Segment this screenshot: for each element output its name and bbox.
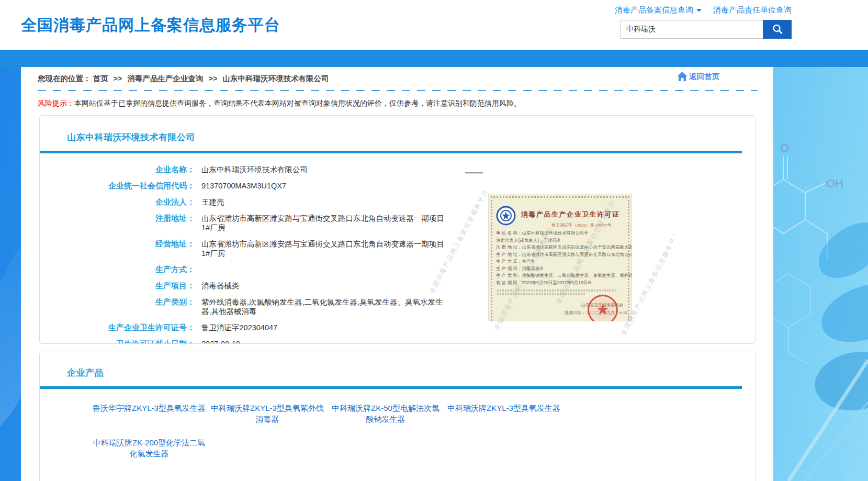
company-info-card: 山东中科瑞沃环境技术有限公司 企业名称： 山东中科瑞沃环境技术有限公司 企业统一…: [39, 115, 756, 344]
field-label: 卫生许可证截止日期：: [40, 339, 195, 344]
site-header: 全国消毒产品网上备案信息服务平台 消毒产品备案信息查询 消毒产品责任单位查询: [0, 0, 868, 50]
card-title-underline: [40, 151, 742, 153]
field-row-business-address: 经营地址： 山东省潍坊市高新区潍安路与宝通街交叉路口东北角自动变速器一期项目1#…: [40, 239, 756, 258]
certificate-line: 有 效 期 限：2023年9月20日至2027年9月19日※: [496, 279, 632, 287]
field-value: 消毒器械类: [201, 281, 240, 290]
top-blue-banner: [0, 50, 868, 67]
search-button[interactable]: [763, 20, 792, 39]
field-row-registered-address: 注册地址： 山东省潍坊市高新区潍安路与宝通街交叉路口东北角自动变速器一期项目1#…: [40, 214, 756, 232]
product-link[interactable]: 中科瑞沃牌ZK-50型电解法次氯酸钠发生器: [329, 402, 443, 424]
field-label: 企业统一社会信用代码：: [40, 181, 195, 191]
product-link[interactable]: 中科瑞沃牌ZKYL-3型臭氧发生器: [447, 402, 561, 424]
card-title-underline: [40, 386, 742, 389]
field-row-production-category: 生产类别： 紫外线消毒器,次氯酸钠发生器,二氧化氯发生器,臭氧发生器、臭氧水发生…: [40, 297, 756, 316]
main-content: 您现在的位置： 首页 >> 消毒产品生产企业查询 >> 山东中科瑞沃环境技术有限…: [21, 67, 773, 481]
hygiene-license-certificate-image: 消毒产品生产企业卫生许可证 鲁卫消证字（2023）第-04047号 单 位 名 …: [489, 194, 632, 321]
search-bar: [614, 20, 792, 39]
search-input[interactable]: [621, 20, 763, 39]
certificate-line: 注 册 地 址：山东省潍坊高新区玉清东街以北中心次干道以西高新大厦902号科研楼: [496, 244, 632, 251]
certificate-line: 生 产 项 目：消毒器械※: [496, 265, 632, 273]
breadcrumb: 您现在的位置： 首页 >> 消毒产品生产企业查询 >> 山东中科瑞沃环境技术有限…: [21, 67, 773, 87]
search-icon: [772, 24, 783, 35]
field-value: 91370700MA3M3U1QX7: [201, 181, 286, 191]
breadcrumb-home[interactable]: 首页: [93, 74, 108, 83]
field-label: 生产项目：: [40, 281, 195, 290]
certificate-line: 生 产 方 式：生产※: [496, 258, 632, 265]
field-value: 紫外线消毒器,次氯酸钠发生器,二氧化氯发生器,臭氧发生器、臭氧水发生器,其他器械…: [201, 297, 447, 316]
nav-responsible-unit-query[interactable]: 消毒产品责任单位查询: [713, 5, 792, 15]
home-icon: [677, 71, 688, 82]
product-link[interactable]: 中科瑞沃牌ZKYL-3型臭氧紫外线消毒器: [210, 402, 324, 424]
molecule-label-oh: OH: [826, 177, 843, 190]
molecule-label-o: O: [780, 141, 789, 154]
field-label: 生产企业卫生许可证号：: [40, 323, 195, 332]
field-row-production-item: 生产项目： 消毒器械类: [40, 281, 756, 290]
header-right: 消毒产品备案信息查询 消毒产品责任单位查询: [614, 5, 792, 39]
nav-filing-info-query[interactable]: 消毒产品备案信息查询: [615, 5, 702, 15]
product-link[interactable]: 中科瑞沃牌ZK-200型化学法二氧化氯发生器: [92, 437, 206, 459]
nav-responsible-unit-query-label: 消毒产品责任单位查询: [713, 5, 792, 15]
chevron-down-icon: [696, 9, 702, 12]
certificate-fields: 单 位 名 称：山东中科瑞沃环境技术有限公司※ 法定代表人(或负责人)：王建亮※…: [496, 230, 632, 286]
field-value: 2027-09-19: [201, 339, 240, 344]
company-card-title: 山东中科瑞沃环境技术有限公司: [40, 116, 756, 143]
products-card-title: 企业产品: [40, 351, 756, 379]
field-row-production-mode: 生产方式：: [40, 265, 756, 274]
certificate-line: 生 产 类 别：次氯酸钠发生器、二氧化氯发生器、臭氧发生器、紫外线消毒器: [496, 272, 632, 279]
petal-decor: [788, 211, 868, 481]
dashed-divider: [38, 90, 758, 91]
field-label: 企业名称：: [40, 165, 195, 174]
field-row-license-expiry: 卫生许可证截止日期： 2027-09-19: [40, 339, 756, 344]
breadcrumb-enterprise-query[interactable]: 消毒产品生产企业查询: [128, 74, 204, 83]
field-value: 鲁卫消证字202304047: [201, 323, 277, 332]
field-label: 经营地址：: [40, 239, 195, 258]
nav-filing-info-query-label: 消毒产品备案信息查询: [615, 5, 693, 15]
field-row-license-number: 生产企业卫生许可证号： 鲁卫消证字202304047: [40, 323, 756, 332]
certificate-number: 鲁卫消证字（2023）第-04047号: [551, 222, 612, 228]
field-label: 企业法人：: [40, 197, 195, 207]
company-fields: 企业名称： 山东中科瑞沃环境技术有限公司 企业统一社会信用代码： 9137070…: [40, 165, 756, 344]
field-value: 山东省潍坊市高新区潍安路与宝通街交叉路口东北角自动变速器一期项目1#厂房: [201, 239, 447, 258]
product-links: 鲁沃华宇牌ZKYL-3型臭氧发生器 中科瑞沃牌ZKYL-3型臭氧紫外线消毒器 中…: [40, 402, 756, 459]
site-title: 全国消毒产品网上备案信息服务平台: [21, 15, 280, 36]
certificate-title: 消毒产品生产企业卫生许可证: [521, 210, 620, 219]
breadcrumb-prefix: 您现在的位置：: [38, 74, 91, 83]
back-home-link[interactable]: 返回首页: [677, 71, 719, 82]
certificate-footnote-decor: [497, 293, 586, 295]
red-seal-stamp-icon: [588, 295, 618, 321]
image-placeholder-dash: [465, 172, 483, 174]
field-row-legal-person: 企业法人： 王建亮: [40, 197, 756, 207]
top-nav: 消毒产品备案信息查询 消毒产品责任单位查询: [614, 5, 792, 15]
field-value: 山东中科瑞沃环境技术有限公司: [201, 165, 308, 174]
product-link[interactable]: 鲁沃华宇牌ZKYL-3型臭氧发生器: [92, 402, 206, 424]
certificate-line: 法定代表人(或负责人)：王建亮※: [496, 237, 632, 244]
company-products-card: 企业产品 鲁沃华宇牌ZKYL-3型臭氧发生器 中科瑞沃牌ZKYL-3型臭氧紫外线…: [39, 351, 756, 481]
breadcrumb-separator: >>: [209, 74, 218, 83]
field-label: 生产类别：: [40, 297, 195, 316]
breadcrumb-separator: >>: [114, 74, 122, 83]
certificate-line: 单 位 名 称：山东中科瑞沃环境技术有限公司※: [496, 230, 632, 237]
back-home-label: 返回首页: [689, 72, 719, 82]
field-row-credit-code: 企业统一社会信用代码： 91370700MA3M3U1QX7: [40, 181, 756, 191]
field-row-name: 企业名称： 山东中科瑞沃环境技术有限公司: [40, 165, 756, 174]
certificate-line: 生 产 地 址：山东省潍坊市高新区潍安路与宝通街交叉路口东北角自动变速器一期项目…: [496, 251, 632, 259]
risk-notice: 风险提示：本网站仅基于已掌握的信息提供查询服务，查询结果不代表本网站对被查询对象…: [38, 99, 758, 108]
risk-notice-text: 本网站仅基于已掌握的信息提供查询服务，查询结果不代表本网站对被查询对象信用状况的…: [74, 99, 521, 107]
field-label: 注册地址：: [40, 214, 195, 232]
chemistry-background-art: O OH: [773, 67, 868, 481]
breadcrumb-current: 山东中科瑞沃环境技术有限公司: [223, 74, 329, 83]
risk-notice-label: 风险提示：: [38, 99, 74, 107]
field-label: 生产方式：: [40, 265, 195, 274]
field-value: 山东省潍坊市高新区潍安路与宝通街交叉路口东北角自动变速器一期项目1#厂房: [201, 214, 447, 232]
certificate-emblem-icon: [496, 206, 516, 228]
field-value: 王建亮: [201, 197, 224, 207]
certificate-footnote-decor: [497, 289, 617, 292]
